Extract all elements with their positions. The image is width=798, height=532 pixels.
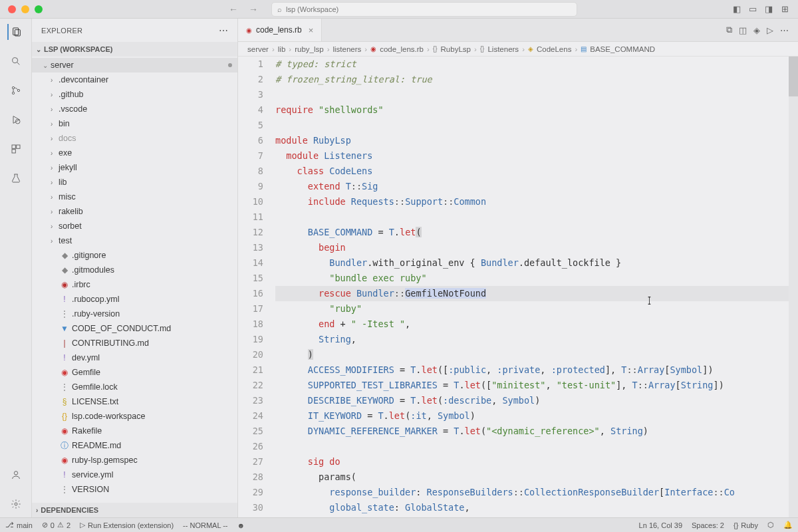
- activity-explorer-icon[interactable]: [7, 24, 23, 40]
- status-prettier-icon[interactable]: ⬡: [767, 521, 774, 529]
- close-tab-button[interactable]: ×: [309, 25, 314, 35]
- status-problems[interactable]: ⊘0 ⚠2: [42, 521, 70, 529]
- activity-testing-icon[interactable]: [8, 170, 24, 186]
- compare-changes-icon[interactable]: ⧉: [726, 25, 732, 35]
- bc-lib[interactable]: lib: [278, 45, 286, 53]
- file-item[interactable]: ◆.gitignore: [32, 248, 237, 263]
- folder-label: .github: [59, 90, 84, 99]
- activity-search-icon[interactable]: [8, 53, 24, 69]
- activity-run-debug-icon[interactable]: [8, 112, 24, 128]
- folder-item[interactable]: ›docs: [32, 131, 237, 146]
- folder-item[interactable]: ›exe: [32, 146, 237, 160]
- file-item[interactable]: ⋮Gemfile.lock: [32, 380, 237, 394]
- file-item[interactable]: !.rubocop.yml: [32, 292, 237, 307]
- chevron-down-icon: ⌄: [36, 46, 41, 53]
- file-label: VERSION: [72, 485, 109, 494]
- folder-server[interactable]: ⌄ server: [32, 58, 237, 72]
- file-item[interactable]: ▼CODE_OF_CONDUCT.md: [32, 321, 237, 336]
- folder-label: .vscode: [59, 104, 87, 114]
- nav-forward-button[interactable]: →: [249, 4, 258, 15]
- folder-item[interactable]: ›rakelib: [32, 204, 237, 219]
- search-text: lsp (Workspace): [286, 5, 338, 13]
- ruby-file-icon: ◉: [370, 45, 376, 53]
- bc-listeners-mod[interactable]: Listeners: [487, 45, 519, 53]
- file-item[interactable]: ◉.irbrc: [32, 277, 237, 292]
- chevron-down-icon: ⌄: [43, 62, 51, 69]
- status-spaces[interactable]: Spaces: 2: [692, 521, 724, 529]
- bc-ruby-lsp[interactable]: ruby_lsp: [295, 45, 323, 53]
- folder-item[interactable]: ›.github: [32, 87, 237, 102]
- nav-back-button[interactable]: ←: [229, 4, 238, 15]
- file-item[interactable]: !service.yml: [32, 467, 237, 482]
- file-label: .irbrc: [72, 280, 90, 289]
- file-item[interactable]: ◆.gitmodules: [32, 263, 237, 277]
- layout-sidebar-left-icon[interactable]: ◧: [732, 4, 742, 14]
- svg-point-13: [15, 503, 17, 505]
- code-content[interactable]: # typed: strict# frozen_string_literal: …: [275, 57, 798, 517]
- workspace-section-label: LSP (WORKSPACE): [44, 45, 113, 53]
- bc-file[interactable]: code_lens.rb: [380, 45, 424, 53]
- file-label: LICENSE.txt: [72, 397, 118, 406]
- file-item[interactable]: ◉Rakefile: [32, 424, 237, 438]
- folder-item[interactable]: ›sorbet: [32, 219, 237, 233]
- file-item[interactable]: ◉ruby-lsp.gemspec: [32, 453, 237, 467]
- dependencies-section-header[interactable]: › DEPENDENCIES: [32, 503, 237, 517]
- file-label: .ruby-version: [72, 309, 120, 319]
- bc-codelens[interactable]: CodeLens: [537, 45, 571, 53]
- bc-rubylsp[interactable]: RubyLsp: [441, 45, 471, 53]
- minimap-thumb[interactable]: [789, 57, 798, 96]
- workspace-section-header[interactable]: ⌄ LSP (WORKSPACE): [32, 42, 237, 57]
- sidebar-more-icon[interactable]: ⋯: [219, 25, 228, 36]
- bc-basecommand[interactable]: BASE_COMMAND: [590, 45, 655, 53]
- window-close-button[interactable]: [8, 5, 16, 13]
- folder-item[interactable]: ›.vscode: [32, 102, 237, 116]
- status-run-extension[interactable]: ▷Run Extension (extension): [80, 521, 174, 529]
- run-file-icon[interactable]: ▷: [767, 25, 773, 35]
- run-icon-alt[interactable]: ◈: [753, 25, 760, 35]
- minimap[interactable]: [789, 57, 798, 517]
- file-item[interactable]: ⋮VERSION: [32, 482, 237, 497]
- file-label: Gemfile.lock: [72, 382, 118, 392]
- bc-server[interactable]: server: [247, 45, 269, 53]
- breadcrumbs[interactable]: server› lib› ruby_lsp› listeners› ◉ code…: [238, 42, 798, 57]
- file-type-icon: ⋮: [59, 382, 70, 392]
- warning-count: 2: [66, 521, 70, 529]
- status-language[interactable]: {} Ruby: [733, 521, 758, 529]
- folder-item[interactable]: ›test: [32, 233, 237, 248]
- bc-listeners[interactable]: listeners: [332, 45, 361, 53]
- folder-item[interactable]: ›jekyll: [32, 160, 237, 175]
- file-type-icon: ◉: [59, 280, 70, 289]
- command-center-search[interactable]: ⌕ lsp (Workspace): [271, 2, 577, 17]
- split-editor-icon[interactable]: ◫: [739, 25, 747, 35]
- status-branch[interactable]: ⎇main: [5, 521, 33, 529]
- folder-item[interactable]: ›bin: [32, 116, 237, 131]
- file-item[interactable]: !dev.yml: [32, 350, 237, 365]
- activity-scm-icon[interactable]: [8, 82, 24, 98]
- braces-icon: {}: [733, 521, 738, 529]
- file-item[interactable]: ⋮.ruby-version: [32, 307, 237, 321]
- window-maximize-button[interactable]: [35, 5, 43, 13]
- folder-item[interactable]: ›lib: [32, 175, 237, 190]
- file-item[interactable]: {}lsp.code-workspace: [32, 409, 237, 424]
- code-editor[interactable]: 1234567891011121314151617181920212223242…: [238, 57, 798, 517]
- file-item[interactable]: ⓘREADME.md: [32, 438, 237, 453]
- svg-point-2: [12, 58, 17, 63]
- layout-panel-icon[interactable]: ▭: [747, 4, 758, 14]
- window-minimize-button[interactable]: [21, 5, 29, 13]
- file-item[interactable]: ◉Gemfile: [32, 365, 237, 380]
- folder-item[interactable]: ›misc: [32, 190, 237, 204]
- activity-settings-icon[interactable]: [8, 496, 24, 512]
- status-notifications-icon[interactable]: 🔔: [783, 521, 793, 529]
- layout-sidebar-right-icon[interactable]: ◨: [763, 4, 774, 14]
- status-line-col[interactable]: Ln 16, Col 39: [639, 521, 682, 529]
- file-item[interactable]: §LICENSE.txt: [32, 394, 237, 409]
- editor-more-icon[interactable]: ⋯: [780, 25, 789, 35]
- file-item[interactable]: ❘CONTRIBUTING.md: [32, 336, 237, 350]
- folder-item[interactable]: ›.devcontainer: [32, 72, 237, 87]
- layout-customize-icon[interactable]: ⊞: [779, 4, 790, 14]
- activity-extensions-icon[interactable]: [8, 141, 24, 157]
- activity-accounts-icon[interactable]: [8, 467, 24, 483]
- status-feedback-icon[interactable]: ☻: [237, 521, 245, 529]
- tab-code-lens[interactable]: ◉ code_lens.rb ×: [238, 19, 322, 41]
- activity-bar: [0, 19, 32, 517]
